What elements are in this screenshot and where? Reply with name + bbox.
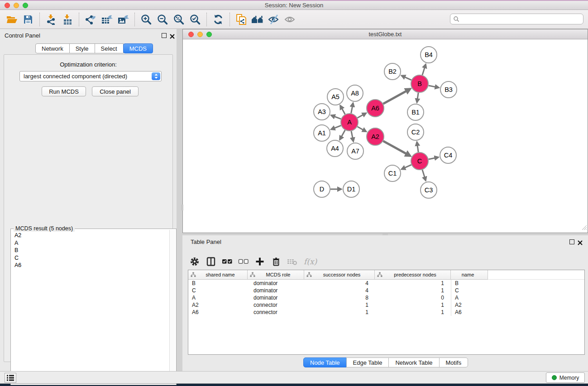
tab-edge-table[interactable]: Edge Table [346,357,389,367]
table-cell[interactable]: 1 [304,309,375,316]
graph-edge[interactable] [429,157,439,159]
graph-node-B4[interactable]: B4 [421,47,437,63]
memory-button[interactable]: Memory [546,372,585,383]
graph-node-C1[interactable]: C1 [384,165,401,181]
column-header-predecessor-nodes[interactable]: predecessor nodes [375,270,451,280]
clone-network-icon[interactable] [234,12,249,27]
float-panel-icon[interactable] [162,33,167,38]
graph-node-A8[interactable]: A8 [347,85,363,101]
tab-motifs[interactable]: Motifs [439,357,468,367]
close-table-panel-icon[interactable] [578,239,583,247]
close-panel-icon[interactable] [170,33,175,41]
float-table-panel-icon[interactable] [569,239,574,244]
table-cell[interactable]: dominator [248,294,304,301]
import-network-icon[interactable] [44,12,58,27]
export-network-icon[interactable] [83,12,98,27]
graph-node-C2[interactable]: C2 [407,124,424,140]
result-item[interactable]: C [12,254,169,262]
table-cell[interactable]: dominator [248,287,304,294]
table-cell[interactable]: A [451,294,488,301]
graph-node-B1[interactable]: B1 [407,104,424,120]
graph-edge[interactable] [383,89,410,104]
graph-node-B2[interactable]: B2 [384,63,401,80]
graph-edge[interactable] [402,76,411,80]
table-cell[interactable]: 0 [375,294,451,301]
tab-select[interactable]: Select [95,43,124,53]
graph-node-A2[interactable]: A2 [367,128,384,145]
zoom-selected-icon[interactable] [188,12,202,27]
table-cell[interactable]: 1 [304,301,375,309]
network-canvas[interactable]: AA1A2A3A4A5A6A7A8BB1B2B3B4CC1C2C3C4DD1 [183,39,588,233]
mcds-result-list[interactable]: A2ABCA6 [12,232,169,384]
canvas-vscroll-thumb[interactable] [181,205,183,210]
minimize-window-button[interactable] [14,3,19,8]
zoom-out-icon[interactable] [155,12,170,27]
close-panel-button[interactable]: Close panel [92,86,139,96]
graph-node-B[interactable]: B [411,75,428,92]
graph-node-C4[interactable]: C4 [440,147,456,163]
tab-node-table[interactable]: Node Table [303,357,347,367]
select-all-icon[interactable] [220,255,234,268]
graph-edge[interactable] [357,127,366,132]
table-row[interactable]: A6connector11A6 [188,309,584,316]
table-cell[interactable]: 4 [304,287,375,294]
table-cell[interactable]: connector [248,309,304,316]
create-column-icon[interactable] [253,255,267,268]
zoom-in-icon[interactable] [139,12,153,27]
table-cell[interactable]: connector [248,301,304,309]
graph-edge[interactable] [429,86,439,88]
graph-edge[interactable] [340,105,345,114]
criterion-select[interactable]: largest connected component (directed) [19,71,162,81]
column-header-successor-nodes[interactable]: successor nodes [304,270,375,280]
graph-edge[interactable] [402,165,411,169]
graph-node-A1[interactable]: A1 [314,125,330,141]
apply-layout-icon[interactable] [211,12,225,27]
table-row[interactable]: A2connector11A2 [188,301,584,309]
graph-edge[interactable] [422,64,425,75]
table-cell[interactable]: 1 [375,301,451,309]
search-box[interactable] [450,14,583,24]
table-row[interactable]: Cdominator41C [188,287,584,294]
graph-node-D[interactable]: D [314,181,330,197]
graph-edge[interactable] [351,131,354,142]
column-header-mcds-role[interactable]: MCDS role [248,270,304,280]
graph-edge[interactable] [351,103,353,114]
graph-edge[interactable] [331,115,341,119]
table-cell[interactable]: C [451,287,488,294]
graph-node-A5[interactable]: A5 [327,89,344,105]
table-cell[interactable]: A6 [451,309,488,316]
graph-edge[interactable] [331,125,341,129]
table-cell[interactable]: dominator [248,280,304,287]
column-header-shared-name[interactable]: shared name [188,270,248,280]
show-selected-icon[interactable] [283,12,297,27]
network-window-titlebar[interactable]: testGlobe.txt [183,29,588,39]
close-network-button[interactable] [188,32,194,37]
result-item[interactable]: B [12,247,169,254]
graph-node-B3[interactable]: B3 [440,81,457,98]
table-cell[interactable]: A6 [188,309,248,316]
save-session-icon[interactable] [21,12,35,27]
table-cell[interactable]: A2 [451,301,488,309]
table-cell[interactable]: 4 [304,280,375,287]
show-all-networks-icon[interactable] [250,12,265,27]
graph-node-A4[interactable]: A4 [327,140,343,157]
table-settings-icon[interactable] [188,255,201,268]
table-cell[interactable]: 1 [375,309,451,316]
graph-edge[interactable] [340,130,345,140]
search-input[interactable] [461,16,580,22]
result-item[interactable]: A [12,239,169,247]
table-row[interactable]: Bdominator41B [188,280,584,287]
graph-node-D1[interactable]: D1 [343,181,359,197]
graph-node-A[interactable]: A [341,114,358,131]
graph-edge[interactable] [358,113,366,118]
table-cell[interactable]: A [188,294,248,301]
table-cell[interactable]: A2 [188,301,248,309]
result-item[interactable]: A2 [12,232,169,239]
graph-node-A6[interactable]: A6 [367,100,384,117]
run-mcds-button[interactable]: Run MCDS [42,86,86,96]
export-image-icon[interactable] [116,12,130,27]
tab-mcds[interactable]: MCDS [123,43,153,53]
function-builder-icon[interactable]: f(x) [304,257,317,266]
zoom-network-button[interactable] [206,32,212,37]
minimize-network-button[interactable] [197,32,203,37]
